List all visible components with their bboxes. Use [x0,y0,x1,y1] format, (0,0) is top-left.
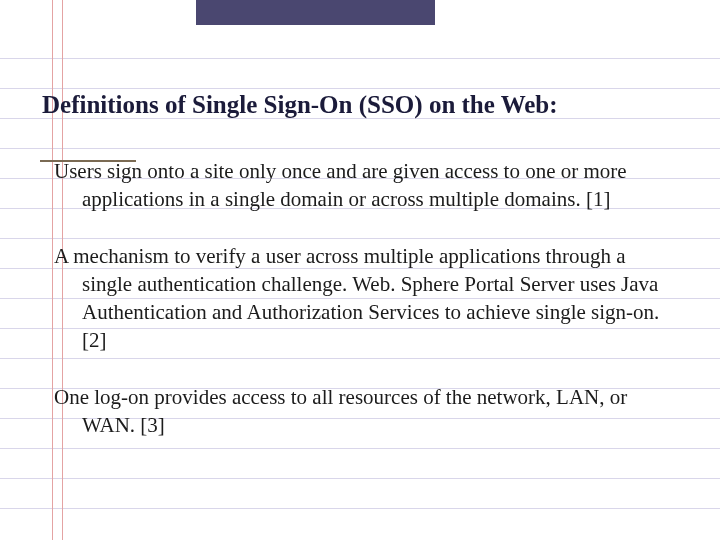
definition-1: Users sign onto a site only once and are… [82,158,680,213]
definition-1-ref: [1] [586,187,611,211]
definition-2: A mechanism to verify a user across mult… [82,243,680,354]
slide-title: Definitions of Single Sign-On (SSO) on t… [42,90,680,120]
header-accent-bar [196,0,435,25]
definition-3-ref: [3] [140,413,165,437]
definition-2-text: A mechanism to verify a user across mult… [54,244,659,323]
definition-2-ref: [2] [82,328,107,352]
definition-3: One log-on provides access to all resour… [82,384,680,439]
definition-1-text: Users sign onto a site only once and are… [54,159,627,211]
slide-content: Definitions of Single Sign-On (SSO) on t… [42,90,680,470]
